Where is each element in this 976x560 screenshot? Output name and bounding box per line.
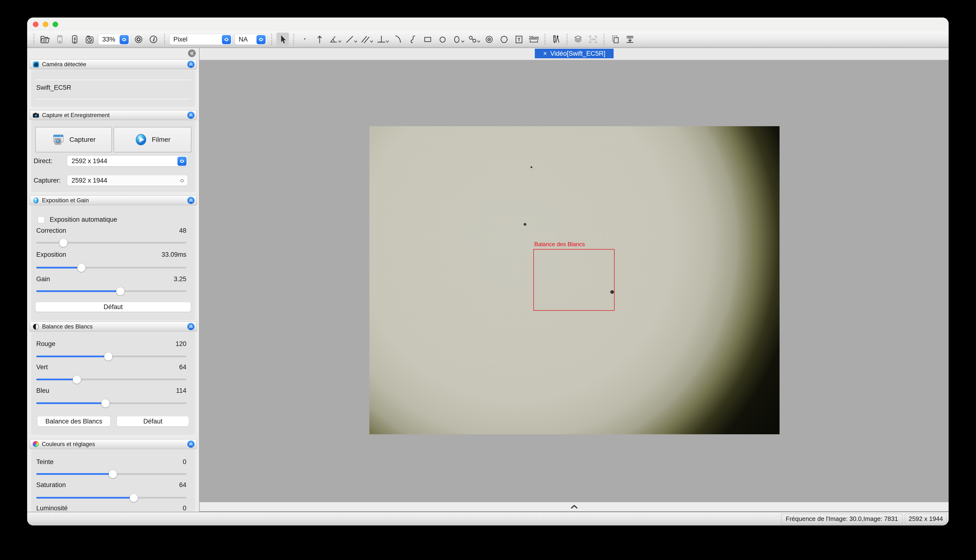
exposure-slider[interactable] [36,267,186,268]
white-balance-button[interactable]: Balance des Blancs [37,416,110,427]
angle-tool-icon [328,34,339,45]
panel-collapse-button[interactable] [187,323,194,330]
close-window-button[interactable] [33,22,38,27]
correction-slider[interactable] [36,242,186,243]
slider-value: 3.25 [174,275,186,283]
color-panel: Teinte 0 Saturation 64 Luminosité 0 [31,450,195,512]
line-tool-group[interactable] [344,34,358,45]
angle-tool-group[interactable] [328,34,342,45]
concentric-circles-icon [484,34,495,45]
blue-slider[interactable] [36,402,186,404]
saturation-slider[interactable] [36,497,186,498]
status-bar: Fréquence de l'Image: 30.0,Image: 7831 2… [27,512,949,525]
hue-slider[interactable] [36,473,186,475]
slider-thumb[interactable] [104,352,112,361]
minimize-window-button[interactable] [43,22,48,27]
panel-header-exposure[interactable]: Exposition et Gain [30,195,197,205]
green-slider[interactable] [36,378,186,380]
rectangle-tool-button[interactable] [421,33,434,46]
divider [36,80,191,80]
annotation-tool-group[interactable] [467,34,481,45]
direct-resolution-select[interactable]: 2592 x 1944 [67,155,188,167]
panel-header-capture[interactable]: Capture et Enregistrement [30,110,197,120]
zoom-level-select[interactable]: 33% [98,34,130,45]
perpendicular-tool-group[interactable] [376,34,389,45]
record-button-label: Filmer [152,136,170,143]
double-chevron-up-icon [189,113,193,117]
tab-label: Vidéo[Swift_EC5R] [550,50,605,57]
panel-header-white-balance[interactable]: Balance des Blancs [30,322,197,332]
text-tool-button[interactable]: T [513,33,525,46]
chevron-down-icon [338,40,342,43]
white-balance-button-label: Balance des Blancs [45,418,102,425]
parallel-tool-group[interactable] [360,34,373,45]
camera-device-name[interactable]: Swift_EC5R [36,84,71,92]
record-button-icon [134,133,147,146]
polygon-tool-button[interactable] [498,33,510,46]
circle-tool-button[interactable] [436,33,449,46]
direct-resolution-value: 2592 x 1944 [72,157,107,165]
quick-save-button[interactable] [69,33,81,46]
panel-collapse-button[interactable] [187,197,194,204]
slider-thumb[interactable] [59,239,67,247]
slider-thumb[interactable] [77,264,85,272]
curve-tool-button[interactable] [406,33,419,46]
capture-resolution-select[interactable]: 2592 x 1944 [67,175,188,186]
settings-button[interactable] [132,33,145,46]
zoom-window-button[interactable] [53,22,58,27]
record-button[interactable]: Filmer [114,127,191,152]
sidebar-collapse-button[interactable] [188,50,196,57]
slider-value: 120 [175,340,186,348]
ellipse-tool-group[interactable] [451,34,465,45]
live-video-frame[interactable]: Balance des Blancs [369,126,780,434]
select-tool-button[interactable] [276,33,289,46]
save-button[interactable] [53,33,66,46]
line-tool-icon [344,34,355,45]
double-chevron-up-icon [189,324,193,329]
panel-header-color[interactable]: Couleurs et réglages [30,439,197,449]
measure-tool-button[interactable] [550,33,562,46]
text-tool-icon: T [513,34,525,45]
white-balance-default-button[interactable]: Défaut [117,416,189,427]
unit-select[interactable]: Pixel [169,34,232,45]
tab-video[interactable]: × Vidéo[Swift_EC5R] [535,49,613,58]
perpendicular-icon [376,34,387,45]
gain-slider[interactable] [36,290,186,292]
white-balance-roi[interactable]: Balance des Blancs [533,249,615,311]
arc-tool-button[interactable] [392,33,404,46]
camera-detected-icon [33,61,39,68]
exposure-default-button[interactable]: Défaut [35,302,191,312]
slider-thumb[interactable] [130,494,138,502]
white-balance-default-label: Défaut [144,418,162,425]
slider-thumb[interactable] [101,399,110,407]
toolbar-separator [567,34,568,45]
capture-button[interactable]: Capturer [35,127,112,152]
panel-collapse-button[interactable] [187,440,194,448]
export-button[interactable] [624,33,636,46]
chevron-down-icon [369,40,373,43]
slider-thumb[interactable] [73,375,81,383]
na-select[interactable]: NA [235,34,267,45]
auto-exposure-checkbox[interactable] [38,217,44,223]
tab-close-icon[interactable]: × [543,50,547,57]
video-viewport[interactable]: Balance des Blancs [200,60,949,512]
double-chevron-up-icon [189,198,193,203]
layers-button[interactable] [572,33,584,46]
timed-capture-button[interactable] [84,33,96,46]
white-balance-panel: Rouge 120 Vert 64 Bleu 114 [31,332,195,435]
panel-collapse-button[interactable] [187,112,194,119]
bottom-panel-handle[interactable] [200,502,949,512]
duplicate-button[interactable] [609,33,621,46]
panel-header-camera[interactable]: Caméra détectée [30,59,197,69]
panel-collapse-button[interactable] [187,61,194,68]
red-slider[interactable] [36,356,186,357]
point-tool-button[interactable] [299,33,311,46]
slider-thumb[interactable] [116,287,124,295]
open-file-button[interactable] [38,33,51,46]
slider-thumb[interactable] [109,470,117,478]
arrow-tool-button[interactable] [313,33,326,46]
info-button[interactable]: i [147,33,160,46]
csv-export-button[interactable]: CSV [587,33,599,46]
scalebar-tool-button[interactable]: 10um [528,33,540,46]
target-tool-button[interactable] [483,33,495,46]
